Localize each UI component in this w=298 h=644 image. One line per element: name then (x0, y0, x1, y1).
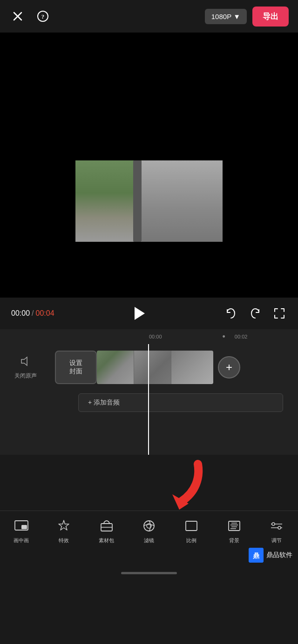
pip-icon (13, 518, 30, 534)
undo-button[interactable] (224, 306, 238, 321)
dropdown-arrow-icon: ▼ (233, 13, 240, 20)
background-icon (226, 518, 243, 534)
cover-button[interactable]: 设置 封面 (55, 351, 97, 384)
materials-label: 素材包 (99, 537, 114, 544)
mute-label: 关闭原声 (14, 372, 37, 380)
clip-thumbnail-1 (97, 351, 134, 384)
mute-track-label[interactable]: 关闭原声 (0, 355, 51, 380)
play-icon (135, 307, 145, 320)
watermark-logo: 鼎 (249, 548, 264, 563)
resolution-label: 1080P (211, 13, 231, 20)
bottom-toolbar: 画中画 特效 素材包 滤镜 (0, 511, 298, 566)
clip-thumbnail-3 (171, 351, 213, 384)
video-black-top (75, 79, 223, 160)
ratio-icon (183, 518, 200, 534)
home-indicator (0, 566, 298, 579)
top-bar-left: ? (9, 8, 51, 25)
arrow-area (0, 455, 298, 511)
close-button[interactable] (9, 8, 26, 25)
svg-rect-13 (186, 521, 197, 531)
time-display: 00:00 / 00:04 (11, 309, 54, 318)
effects-icon (55, 518, 72, 534)
video-frame (75, 79, 223, 251)
add-clip-button[interactable]: + (218, 356, 240, 378)
help-button[interactable]: ? (34, 8, 51, 25)
pip-label: 画中画 (14, 537, 29, 544)
video-clip-track[interactable]: + (97, 351, 298, 384)
ratio-label: 比例 (186, 537, 196, 544)
svg-rect-7 (21, 525, 27, 529)
svg-marker-8 (59, 520, 69, 530)
ruler-dot-0: • (223, 332, 225, 342)
mute-icon (20, 355, 32, 369)
export-button[interactable]: 导出 (252, 7, 289, 27)
ruler-mark-0: 00:00 (149, 334, 162, 339)
adjust-icon (268, 518, 285, 534)
controls-right (224, 306, 287, 321)
svg-rect-14 (229, 521, 240, 531)
resolution-button[interactable]: 1080P ▼ (205, 9, 247, 24)
plus-icon: + (226, 361, 232, 374)
redo-button[interactable] (248, 306, 263, 321)
red-arrow (163, 459, 219, 512)
tool-pip[interactable]: 画中画 (5, 518, 38, 544)
cover-line2: 封面 (69, 367, 82, 376)
watermark-text: 鼎品软件 (266, 551, 292, 559)
svg-point-11 (144, 521, 154, 531)
timeline-tracks: 关闭原声 设置 封面 + + 添加音频 (0, 344, 298, 455)
tool-background[interactable]: 背景 (217, 518, 251, 544)
time-separator: / (32, 309, 34, 318)
home-bar (121, 572, 177, 574)
effects-label: 特效 (59, 537, 69, 544)
svg-point-22 (278, 526, 281, 529)
fullscreen-button[interactable] (272, 306, 287, 321)
svg-text:?: ? (41, 13, 45, 20)
tool-adjust[interactable]: 调节 (260, 518, 293, 544)
playback-controls: 00:00 / 00:04 (0, 298, 298, 329)
filters-label: 滤镜 (144, 537, 154, 544)
timeline-ruler: 00:00 • 00:02 • (0, 329, 298, 344)
materials-icon (98, 518, 115, 534)
filters-icon (141, 518, 157, 534)
cover-line1: 设置 (69, 359, 82, 367)
time-total: 00:04 (36, 309, 54, 318)
tool-materials[interactable]: 素材包 (90, 518, 123, 544)
timeline-area[interactable]: 00:00 • 00:02 • 关闭原声 设置 封面 (0, 329, 298, 455)
video-thumbnail (75, 160, 223, 242)
top-bar: ? 1080P ▼ 导出 (0, 0, 298, 33)
vertical-bar (133, 160, 142, 242)
background-label: 背景 (229, 537, 239, 544)
svg-marker-4 (21, 357, 27, 365)
time-current: 00:00 (11, 309, 30, 318)
video-preview (0, 33, 298, 298)
tool-effects[interactable]: 特效 (47, 518, 81, 544)
main-track-row: 关闭原声 设置 封面 + (0, 344, 298, 391)
video-right (142, 160, 223, 242)
add-audio-button[interactable]: + 添加音频 (78, 393, 283, 412)
video-clip[interactable] (97, 351, 213, 384)
add-audio-label: + 添加音频 (88, 398, 120, 407)
ruler-mark-1: 00:02 (235, 334, 248, 339)
tool-ratio[interactable]: 比例 (175, 518, 208, 544)
audio-track-row: + 添加音频 (0, 391, 298, 415)
playhead (148, 344, 149, 455)
video-left (75, 160, 142, 242)
watermark: 鼎 鼎品软件 (249, 548, 292, 563)
play-button[interactable] (129, 304, 148, 323)
svg-text:鼎: 鼎 (253, 552, 259, 559)
clip-thumbnail-2 (134, 351, 171, 384)
adjust-label: 调节 (271, 537, 282, 544)
top-bar-right: 1080P ▼ 导出 (205, 7, 289, 27)
svg-point-19 (272, 523, 275, 525)
tool-filters[interactable]: 滤镜 (132, 518, 166, 544)
